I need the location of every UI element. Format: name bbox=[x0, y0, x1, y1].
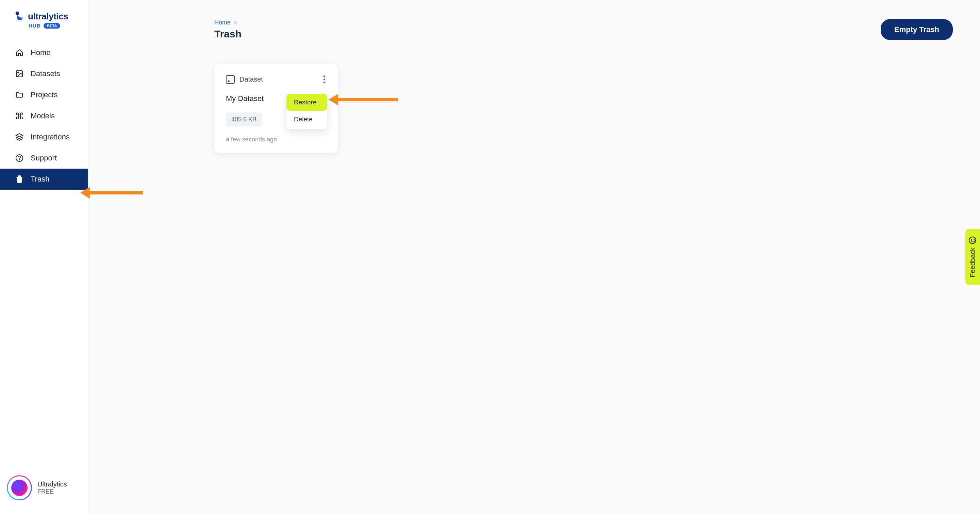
sidebar-item-label: Trash bbox=[30, 175, 49, 184]
command-icon bbox=[15, 111, 24, 121]
sidebar-item-label: Datasets bbox=[30, 69, 60, 78]
card-time: a few seconds ago bbox=[226, 136, 326, 143]
svg-point-2 bbox=[18, 72, 19, 73]
annotation-arrow bbox=[88, 191, 143, 194]
card-more-button[interactable] bbox=[322, 74, 326, 85]
sidebar-item-label: Integrations bbox=[30, 133, 70, 141]
logo[interactable]: ultralytics HUB BETA bbox=[0, 0, 88, 42]
sidebar-nav: Home Datasets Projects Models Integratio… bbox=[0, 42, 88, 190]
card-size: 405.6 KB bbox=[226, 113, 262, 127]
image-icon bbox=[15, 69, 24, 78]
logo-hub-label: HUB bbox=[29, 23, 41, 29]
folder-icon bbox=[15, 90, 24, 99]
logo-mark-icon bbox=[15, 11, 24, 22]
logo-beta-badge: BETA bbox=[43, 23, 60, 29]
sidebar-item-label: Home bbox=[30, 48, 51, 57]
breadcrumb-home-link[interactable]: Home bbox=[214, 19, 231, 26]
empty-trash-button[interactable]: Empty Trash bbox=[881, 19, 953, 40]
smiley-icon bbox=[969, 236, 977, 244]
user-name: Ultralytics bbox=[37, 480, 67, 488]
feedback-tab[interactable]: Feedback bbox=[966, 229, 980, 285]
annotation-arrow bbox=[337, 98, 398, 101]
help-icon bbox=[15, 154, 24, 162]
logo-text: ultralytics bbox=[28, 11, 68, 22]
card-type: Dataset bbox=[226, 75, 263, 84]
sidebar-item-label: Support bbox=[30, 154, 57, 162]
sidebar-item-label: Projects bbox=[30, 90, 57, 99]
layers-icon bbox=[15, 133, 24, 141]
card-dropdown-menu: Restore Delete bbox=[286, 92, 327, 129]
home-icon bbox=[15, 48, 24, 57]
menu-item-restore[interactable]: Restore bbox=[286, 94, 327, 111]
card-type-label: Dataset bbox=[239, 76, 263, 83]
breadcrumb-separator: > bbox=[234, 19, 237, 26]
breadcrumb: Home > bbox=[214, 19, 242, 26]
sidebar-item-label: Models bbox=[30, 111, 55, 121]
sidebar-item-datasets[interactable]: Datasets bbox=[0, 63, 88, 84]
user-area[interactable]: Ultralytics FREE bbox=[0, 465, 88, 514]
page-title: Trash bbox=[214, 28, 242, 40]
sidebar-item-projects[interactable]: Projects bbox=[0, 84, 88, 105]
sidebar-item-integrations[interactable]: Integrations bbox=[0, 127, 88, 148]
trash-card: Dataset My Dataset 405.6 KB a few second… bbox=[214, 64, 338, 153]
avatar bbox=[7, 475, 32, 500]
sidebar-item-models[interactable]: Models bbox=[0, 105, 88, 127]
cards-area: Dataset My Dataset 405.6 KB a few second… bbox=[214, 64, 953, 153]
feedback-label: Feedback bbox=[969, 247, 977, 278]
menu-item-delete[interactable]: Delete bbox=[286, 111, 327, 128]
dataset-icon bbox=[226, 75, 235, 84]
trash-icon bbox=[15, 175, 24, 184]
main-content: Home > Trash Empty Trash Dataset My Data… bbox=[88, 0, 980, 514]
sidebar-item-home[interactable]: Home bbox=[0, 42, 88, 63]
sidebar-item-trash[interactable]: Trash bbox=[0, 169, 88, 190]
svg-point-4 bbox=[19, 159, 20, 160]
sidebar: ultralytics HUB BETA Home Datasets Proj bbox=[0, 0, 88, 514]
sidebar-item-support[interactable]: Support bbox=[0, 148, 88, 169]
user-plan: FREE bbox=[37, 488, 67, 495]
